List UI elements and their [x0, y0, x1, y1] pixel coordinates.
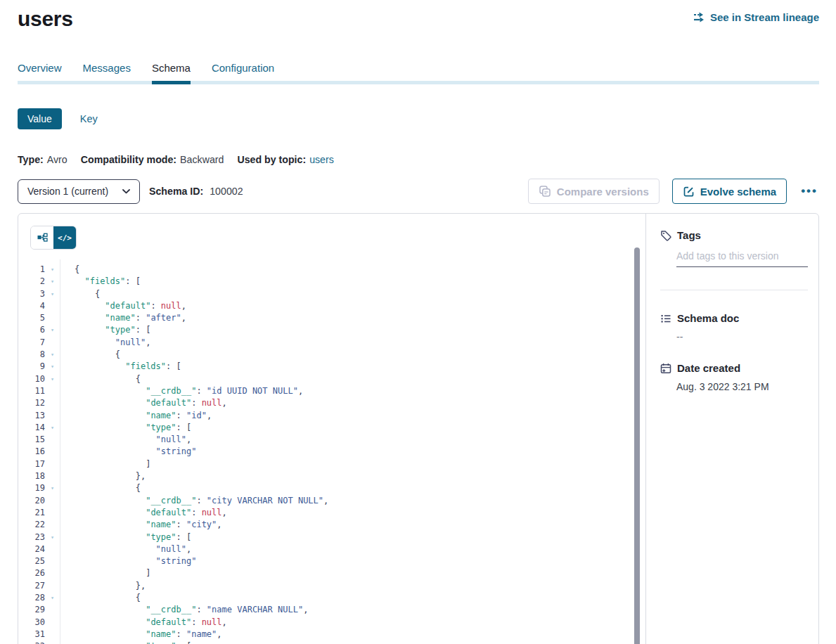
code-line: 17 ] — [18, 458, 645, 470]
line-number: 19 — [18, 482, 45, 494]
code-line: 15 "null", — [18, 434, 645, 446]
code-text: ] — [60, 458, 150, 470]
code-line: 18 }, — [18, 470, 645, 482]
stream-lineage-icon — [693, 11, 705, 23]
code-text: }, — [60, 580, 146, 592]
code-line: 24 "null", — [18, 543, 645, 555]
code-line: 6▾ "type": [ — [18, 324, 645, 336]
code-text: { — [60, 482, 141, 494]
fold-toggle-icon[interactable]: ▾ — [45, 264, 60, 276]
code-text: "null", — [60, 337, 150, 349]
line-number: 8 — [18, 349, 45, 361]
sidebar-divider — [660, 290, 808, 290]
fold-spacer — [45, 507, 60, 519]
compare-versions-label: Compare versions — [557, 186, 649, 198]
code-text: "null", — [60, 543, 191, 555]
evolve-schema-label: Evolve schema — [700, 186, 776, 198]
fold-toggle-icon[interactable]: ▾ — [45, 288, 60, 300]
code-line: 1▾{ — [18, 264, 645, 276]
line-number: 23 — [18, 532, 45, 543]
tree-view-button[interactable] — [31, 226, 53, 249]
fold-toggle-icon[interactable]: ▾ — [45, 532, 60, 543]
code-line: 2▾ "fields": [ — [18, 276, 645, 288]
schema-sidebar: Tags — [645, 214, 818, 644]
chevron-down-icon — [122, 189, 130, 194]
see-in-stream-lineage-link[interactable]: See in Stream lineage — [693, 11, 819, 23]
fold-toggle-icon[interactable]: ▾ — [45, 592, 60, 604]
topic-tabs: Overview Messages Schema Configuration — [18, 62, 819, 84]
code-text: "__crdb__": "city VARCHAR NOT NULL", — [60, 495, 328, 507]
code-text: "string" — [60, 446, 196, 458]
code-text: "fields": [ — [60, 276, 141, 288]
fold-spacer — [45, 458, 60, 470]
code-line: 16 "string" — [18, 446, 645, 458]
code-text: "name": "name", — [60, 629, 222, 640]
line-number: 22 — [18, 519, 45, 531]
fold-toggle-icon[interactable]: ▾ — [45, 276, 60, 288]
tree-view-icon — [37, 232, 49, 243]
date-created-heading: Date created — [677, 362, 740, 374]
tab-messages[interactable]: Messages — [83, 62, 131, 81]
tab-overview[interactable]: Overview — [18, 62, 62, 81]
value-toggle-button[interactable]: Value — [18, 108, 62, 129]
key-toggle-button[interactable]: Key — [80, 113, 98, 124]
lineage-link-label: See in Stream lineage — [710, 11, 819, 23]
fold-toggle-icon[interactable]: ▾ — [45, 640, 60, 644]
fold-toggle-icon[interactable]: ▾ — [45, 361, 60, 373]
used-by-topic-link[interactable]: users — [309, 154, 334, 165]
tags-heading: Tags — [677, 229, 701, 241]
schema-code-pane: </> 1▾{2▾ "fields": [3▾ {4 "default": nu… — [18, 214, 645, 644]
code-line: 21 "default": null, — [18, 507, 645, 519]
code-text: "type": [ — [60, 640, 191, 644]
fold-spacer — [45, 604, 60, 616]
tab-configuration[interactable]: Configuration — [212, 62, 274, 81]
page-header: users See in Stream lineage — [18, 0, 819, 31]
fold-toggle-icon[interactable]: ▾ — [45, 373, 60, 385]
code-line: 26 ] — [18, 567, 645, 579]
code-line: 14▾ "type": [ — [18, 422, 645, 434]
line-number: 32 — [18, 640, 45, 644]
used-by-topic-label: Used by topic: — [237, 154, 306, 165]
line-number: 24 — [18, 543, 45, 555]
fold-spacer — [45, 300, 60, 312]
type-value: Avro — [47, 154, 67, 165]
fold-toggle-icon[interactable]: ▾ — [45, 422, 60, 434]
code-text: "name": "city", — [60, 519, 222, 531]
line-number: 25 — [18, 555, 45, 567]
fold-spacer — [45, 312, 60, 324]
list-icon — [660, 313, 671, 324]
schema-doc-heading: Schema doc — [677, 312, 739, 324]
fold-spacer — [45, 337, 60, 349]
line-number: 18 — [18, 470, 45, 482]
code-text: { — [60, 349, 120, 361]
fold-toggle-icon[interactable]: ▾ — [45, 324, 60, 336]
code-text: "name": "id", — [60, 410, 212, 422]
line-number: 3 — [18, 288, 45, 300]
line-number: 14 — [18, 422, 45, 434]
fold-spacer — [45, 446, 60, 458]
code-text: "type": [ — [60, 532, 191, 543]
fold-spacer — [45, 629, 60, 640]
code-text: "default": null, — [60, 507, 227, 519]
evolve-schema-button[interactable]: Evolve schema — [672, 179, 787, 204]
add-tags-input[interactable] — [676, 250, 808, 267]
version-select[interactable]: Version 1 (current) — [18, 179, 140, 204]
fold-toggle-icon[interactable]: ▾ — [45, 349, 60, 361]
compare-versions-button[interactable]: Compare versions — [528, 179, 660, 204]
code-view-button[interactable]: </> — [53, 226, 76, 249]
code-line: 19▾ { — [18, 482, 645, 494]
tab-schema[interactable]: Schema — [152, 62, 191, 81]
fold-spacer — [45, 519, 60, 531]
more-actions-button[interactable]: ••• — [799, 184, 819, 198]
line-number: 1 — [18, 264, 45, 276]
evolve-schema-icon — [683, 186, 695, 198]
date-created-value: Aug. 3 2022 3:21 PM — [676, 381, 808, 392]
line-number: 11 — [18, 385, 45, 397]
code-view-toggle: </> — [30, 226, 77, 250]
schema-page: users See in Stream lineage Overview Mes… — [0, 0, 836, 644]
vertical-scrollbar[interactable] — [634, 247, 640, 644]
line-number: 21 — [18, 507, 45, 519]
fold-toggle-icon[interactable]: ▾ — [45, 482, 60, 494]
fold-spacer — [45, 434, 60, 446]
line-number: 7 — [18, 337, 45, 349]
